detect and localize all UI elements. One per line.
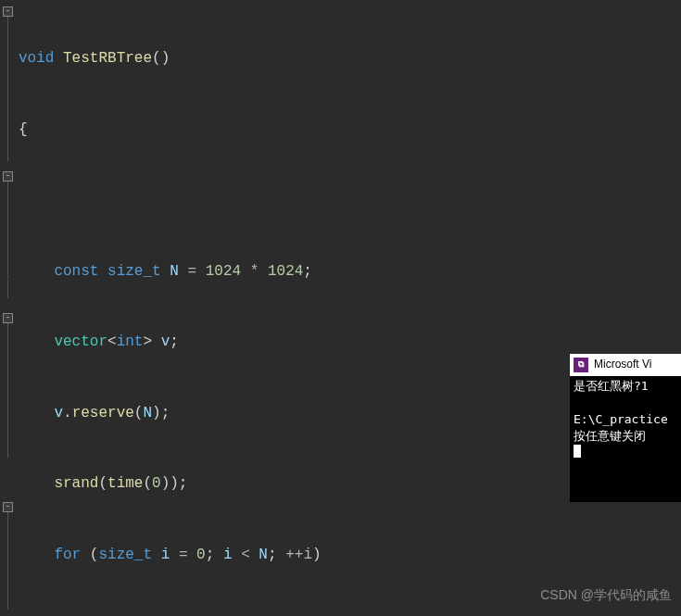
console-output: 是否红黑树?1 E:\C_practice 按任意键关闭 [570,376,681,464]
fold-icon[interactable]: - [3,502,13,512]
code-content[interactable]: void TestRBTree() { const size_t N = 102… [19,0,493,616]
cursor-icon [574,445,581,458]
console-window[interactable]: ⧉ Microsoft Vi 是否红黑树?1 E:\C_practice 按任意… [570,354,681,502]
console-titlebar[interactable]: ⧉ Microsoft Vi [570,354,681,376]
vs-icon: ⧉ [574,358,588,372]
watermark: CSDN @学代码的咸鱼 [540,584,672,608]
fold-icon[interactable]: - [3,171,13,182]
fold-icon[interactable]: - [3,313,13,323]
gutter: - - - - [0,0,17,616]
fold-icon[interactable]: - [3,6,13,17]
console-title-text: Microsoft Vi [594,354,651,377]
code-editor[interactable]: - - - - void TestRBTree() { const size_t… [0,0,570,616]
